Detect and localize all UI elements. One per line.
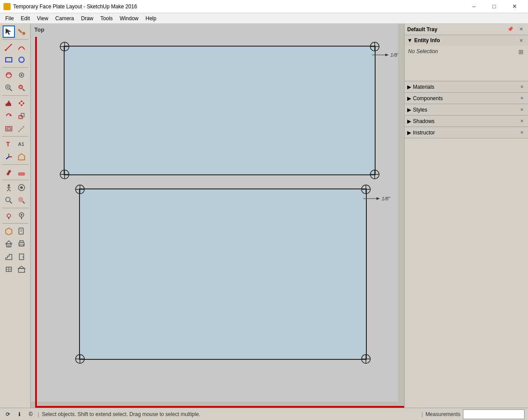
toolbar-divider-8 xyxy=(2,223,29,224)
tray-components[interactable]: ▶ Components ✕ xyxy=(405,93,528,104)
corner-br-2 xyxy=(360,353,372,365)
tool-row-13 xyxy=(3,194,28,206)
tray-instructor[interactable]: ▶ Instructor ✕ xyxy=(405,127,528,138)
circle-tool[interactable] xyxy=(15,54,28,66)
status-icon-1[interactable]: ⟳ xyxy=(4,410,12,419)
tool-row-4 xyxy=(3,69,28,81)
zoomwindow-tool[interactable] xyxy=(3,194,15,206)
tray-materials[interactable]: ▶ Materials ✕ xyxy=(405,81,528,93)
menu-bar: File Edit View Camera Draw Tools Window … xyxy=(0,13,528,24)
tray-instructor-close[interactable]: ✕ xyxy=(518,129,525,136)
title-bar: Temporary Face Plate Layout - SketchUp M… xyxy=(0,0,528,13)
walkaround-tool[interactable] xyxy=(3,181,15,194)
entity-info-header[interactable]: ▼ Entity Info ✕ xyxy=(405,35,528,46)
tool-row-7 xyxy=(3,110,28,122)
tray-materials-close[interactable]: ✕ xyxy=(518,83,525,91)
main-layout: T A1 xyxy=(0,24,528,408)
menu-file[interactable]: File xyxy=(2,14,17,22)
door-tool[interactable] xyxy=(15,250,28,263)
eraser-tool[interactable] xyxy=(15,166,28,178)
tray-shadows-close[interactable]: ✕ xyxy=(518,118,525,125)
zoom-tool[interactable] xyxy=(3,82,15,94)
rotate-tool[interactable] xyxy=(3,110,15,122)
corner-bl-2 xyxy=(74,353,86,365)
entity-info-expand-icon: ▼ xyxy=(407,37,412,43)
menu-help[interactable]: Help xyxy=(142,14,160,22)
arc-tool[interactable] xyxy=(15,41,28,53)
garage-tool[interactable] xyxy=(15,263,28,275)
tray-close-button[interactable]: ✕ xyxy=(517,25,525,34)
book-tool[interactable] xyxy=(15,225,28,237)
svg-point-41 xyxy=(20,186,23,189)
line-tool[interactable] xyxy=(3,41,15,53)
tray-styles-close[interactable]: ✕ xyxy=(518,106,525,113)
pushpull-tool[interactable] xyxy=(3,97,15,109)
zoomselection-tool[interactable] xyxy=(15,194,28,206)
tray-styles[interactable]: ▶ Styles ✕ xyxy=(405,104,528,116)
text-tool[interactable]: T xyxy=(3,138,15,150)
entity-info-content: No Selection ⊞ xyxy=(405,46,528,81)
lookaround-tool[interactable] xyxy=(15,181,28,194)
stairs-tool[interactable] xyxy=(3,250,15,263)
default-tray-label: Default Tray xyxy=(407,26,438,33)
zoom-extents-tool[interactable] xyxy=(15,82,28,94)
tray-shadows[interactable]: ▶ Shadows ✕ xyxy=(405,116,528,127)
house-tool[interactable] xyxy=(3,238,15,250)
svg-line-45 xyxy=(22,201,25,203)
status-icon-2[interactable]: ℹ xyxy=(15,410,24,419)
select-tool[interactable] xyxy=(3,25,15,38)
warehouse-tool[interactable] xyxy=(3,225,15,237)
entity-info-close-button[interactable]: ✕ xyxy=(517,36,525,45)
tray-materials-expand-icon: ▶ xyxy=(407,84,411,90)
window-tool[interactable] xyxy=(3,263,15,275)
menu-view[interactable]: View xyxy=(33,14,52,22)
tape-tool[interactable] xyxy=(15,123,28,135)
tool-row-14 xyxy=(3,210,28,222)
eyedropper-tool[interactable] xyxy=(15,210,28,222)
move-tool[interactable] xyxy=(15,97,28,109)
axes-tool[interactable] xyxy=(3,151,15,163)
corner-tl-1 xyxy=(58,40,71,53)
menu-window[interactable]: Window xyxy=(116,14,142,22)
toolbar-divider-1 xyxy=(2,39,29,40)
close-button[interactable]: ✕ xyxy=(504,0,524,13)
menu-tools[interactable]: Tools xyxy=(97,14,116,22)
svg-marker-66 xyxy=(18,266,25,268)
menu-draw[interactable]: Draw xyxy=(78,14,97,22)
canvas-area[interactable]: Top 1/8" xyxy=(31,24,404,408)
svg-text:A1: A1 xyxy=(18,141,24,147)
vertical-scrollbar[interactable] xyxy=(398,24,404,408)
offset-tool[interactable] xyxy=(3,123,15,135)
drawing-panel-bottom: 1/8" xyxy=(79,188,367,360)
entity-info-expand-button[interactable]: ⊞ xyxy=(517,47,525,56)
title-bar-left: Temporary Face Plate Layout - SketchUp M… xyxy=(4,3,137,10)
title-bar-controls: – □ ✕ xyxy=(464,0,524,13)
menu-camera[interactable]: Camera xyxy=(52,14,78,22)
tray-shadows-left: ▶ Shadows xyxy=(407,118,434,124)
print-tool[interactable] xyxy=(15,238,28,250)
paint2-tool[interactable] xyxy=(3,166,15,178)
minimize-button[interactable]: – xyxy=(464,0,484,13)
rectangle-tool[interactable] xyxy=(3,54,15,66)
position-camera-tool[interactable] xyxy=(3,210,15,222)
menu-edit[interactable]: Edit xyxy=(17,14,33,22)
toolbar-divider-2 xyxy=(2,67,29,68)
viewport-label: Top xyxy=(34,26,44,33)
tray-components-close[interactable]: ✕ xyxy=(518,95,525,102)
toolbar-divider-5 xyxy=(2,164,29,165)
svg-marker-19 xyxy=(20,105,23,106)
section-tool[interactable] xyxy=(15,151,28,163)
scale-tool[interactable] xyxy=(15,110,28,122)
3dtext-tool[interactable]: A1 xyxy=(15,138,28,150)
status-icon-3[interactable]: © xyxy=(26,410,35,419)
maximize-button[interactable]: □ xyxy=(484,0,504,13)
orbit-tool[interactable] xyxy=(3,69,15,81)
pan-tool[interactable] xyxy=(15,69,28,81)
tool-row-wh4 xyxy=(3,263,28,275)
tray-pin-button[interactable]: 📌 xyxy=(506,25,515,34)
svg-point-6 xyxy=(6,72,11,78)
tool-row-11 xyxy=(3,166,28,178)
measurements-input[interactable] xyxy=(463,409,524,419)
paint-tool[interactable] xyxy=(15,25,28,38)
toolbar-divider-4 xyxy=(2,136,29,137)
